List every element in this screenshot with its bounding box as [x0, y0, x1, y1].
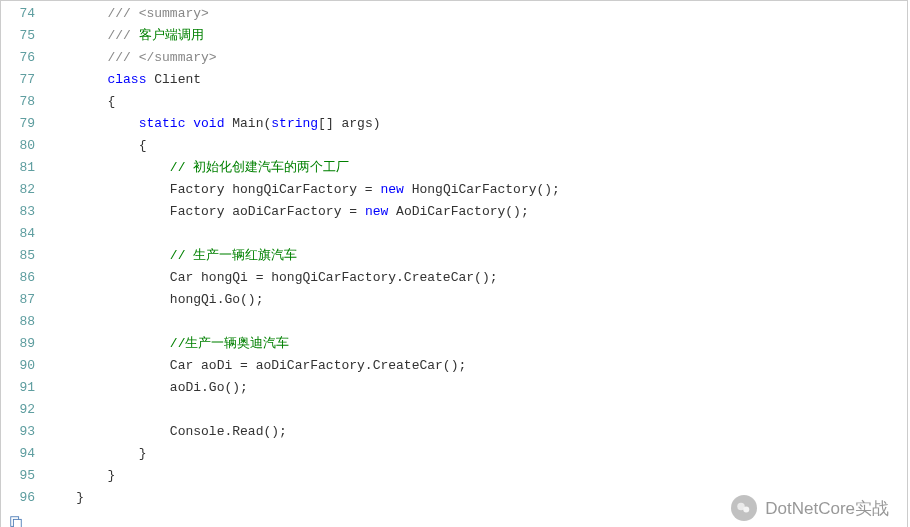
code-lines: 74 /// <summary>75 /// 客户端调用76 /// </sum…	[1, 1, 907, 511]
line-number: 77	[1, 69, 45, 91]
code-content: // 初始化创建汽车的两个工厂	[45, 157, 907, 179]
code-content: //生产一辆奥迪汽车	[45, 333, 907, 355]
copy-icon[interactable]	[9, 515, 23, 527]
line-number: 86	[1, 267, 45, 289]
code-content: /// </summary>	[45, 47, 907, 69]
svg-rect-1	[13, 519, 21, 527]
line-number: 96	[1, 487, 45, 509]
code-line: 74 /// <summary>	[1, 3, 907, 25]
code-content: }	[45, 465, 907, 487]
code-content	[45, 223, 907, 245]
line-number: 87	[1, 289, 45, 311]
code-content: /// 客户端调用	[45, 25, 907, 47]
code-content: Factory aoDiCarFactory = new AoDiCarFact…	[45, 201, 907, 223]
code-content: /// <summary>	[45, 3, 907, 25]
line-number: 74	[1, 3, 45, 25]
code-content: hongQi.Go();	[45, 289, 907, 311]
code-line: 82 Factory hongQiCarFactory = new HongQi…	[1, 179, 907, 201]
line-number: 75	[1, 25, 45, 47]
code-line: 96 }	[1, 487, 907, 509]
code-line: 84	[1, 223, 907, 245]
line-number: 83	[1, 201, 45, 223]
line-number: 91	[1, 377, 45, 399]
code-content: {	[45, 135, 907, 157]
line-number: 85	[1, 245, 45, 267]
code-line: 83 Factory aoDiCarFactory = new AoDiCarF…	[1, 201, 907, 223]
code-content: {	[45, 91, 907, 113]
code-line: 80 {	[1, 135, 907, 157]
line-number: 95	[1, 465, 45, 487]
code-line: 89 //生产一辆奥迪汽车	[1, 333, 907, 355]
line-number: 76	[1, 47, 45, 69]
code-line: 75 /// 客户端调用	[1, 25, 907, 47]
line-number: 93	[1, 421, 45, 443]
code-toolbar	[1, 511, 907, 527]
line-number: 81	[1, 157, 45, 179]
code-content: Console.Read();	[45, 421, 907, 443]
code-line: 88	[1, 311, 907, 333]
code-line: 87 hongQi.Go();	[1, 289, 907, 311]
line-number: 79	[1, 113, 45, 135]
code-content: Car aoDi = aoDiCarFactory.CreateCar();	[45, 355, 907, 377]
code-content: }	[45, 487, 907, 509]
line-number: 89	[1, 333, 45, 355]
code-line: 79 static void Main(string[] args)	[1, 113, 907, 135]
code-line: 91 aoDi.Go();	[1, 377, 907, 399]
code-content	[45, 399, 907, 421]
code-content	[45, 311, 907, 333]
code-block-container: 74 /// <summary>75 /// 客户端调用76 /// </sum…	[0, 0, 908, 527]
code-content: Factory hongQiCarFactory = new HongQiCar…	[45, 179, 907, 201]
line-number: 92	[1, 399, 45, 421]
code-content: // 生产一辆红旗汽车	[45, 245, 907, 267]
line-number: 88	[1, 311, 45, 333]
code-content: class Client	[45, 69, 907, 91]
code-line: 76 /// </summary>	[1, 47, 907, 69]
code-line: 86 Car hongQi = hongQiCarFactory.CreateC…	[1, 267, 907, 289]
code-content: Car hongQi = hongQiCarFactory.CreateCar(…	[45, 267, 907, 289]
code-line: 85 // 生产一辆红旗汽车	[1, 245, 907, 267]
line-number: 80	[1, 135, 45, 157]
code-line: 94 }	[1, 443, 907, 465]
code-content: static void Main(string[] args)	[45, 113, 907, 135]
code-line: 81 // 初始化创建汽车的两个工厂	[1, 157, 907, 179]
code-line: 90 Car aoDi = aoDiCarFactory.CreateCar()…	[1, 355, 907, 377]
code-line: 95 }	[1, 465, 907, 487]
line-number: 84	[1, 223, 45, 245]
line-number: 82	[1, 179, 45, 201]
code-line: 92	[1, 399, 907, 421]
code-line: 77 class Client	[1, 69, 907, 91]
code-line: 93 Console.Read();	[1, 421, 907, 443]
line-number: 78	[1, 91, 45, 113]
code-content: }	[45, 443, 907, 465]
line-number: 90	[1, 355, 45, 377]
code-line: 78 {	[1, 91, 907, 113]
code-content: aoDi.Go();	[45, 377, 907, 399]
line-number: 94	[1, 443, 45, 465]
